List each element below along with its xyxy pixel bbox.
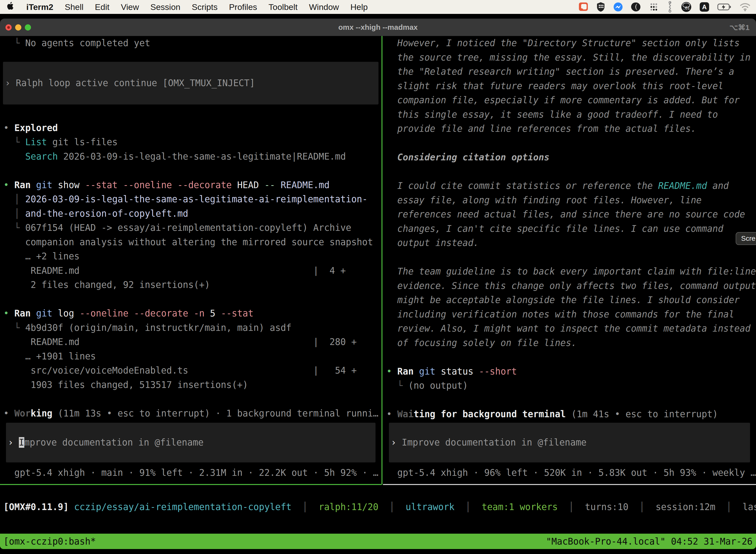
- terminal-line: the "Related research writing" section i…: [383, 64, 756, 79]
- terminal-blank-line: [383, 250, 756, 265]
- terminal-line: └ List git ls-files: [0, 135, 381, 150]
- badge-61-label: ..61: [683, 6, 690, 10]
- tmux-session-label: [omx-cczip0:bash*: [3, 536, 96, 547]
- terminal-line: • Working (11m 13s • esc to interrupt) ·…: [0, 406, 381, 421]
- pie-menu-icon[interactable]: [630, 1, 641, 12]
- terminal-line: │ and-the-erosion-of-copyleft.md: [0, 207, 381, 221]
- terminal-line: evidence. Since this change only affects…: [383, 279, 756, 293]
- traffic-lights: [5, 19, 31, 36]
- omx-status-bar: [OMX#0.11.9] cczip/essay/ai-reimplementa…: [0, 500, 756, 514]
- squiggle-icon[interactable]: [666, 1, 674, 13]
- right-terminal-pane[interactable]: However, I noticed the "Directory Struct…: [383, 36, 756, 485]
- pane-divider[interactable]: [381, 36, 382, 485]
- terminal-blank-line: [383, 136, 756, 151]
- menu-status-icons: ..61 A: [578, 1, 751, 13]
- window-shortcut-badge: ⌥⌘1: [730, 23, 750, 32]
- battery-icon[interactable]: [717, 1, 732, 12]
- menu-profiles[interactable]: Profiles: [229, 2, 257, 12]
- terminal-line: 1903 files changed, 513517 insertions(+): [0, 378, 381, 392]
- terminal-line: └ 4b9d30f (origin/main, instructkr/main,…: [0, 321, 381, 335]
- terminal-blank-line: [383, 165, 756, 179]
- menu-window[interactable]: Window: [309, 2, 339, 12]
- terminal-line: └ No agents completed yet: [0, 36, 381, 50]
- input-source-icon[interactable]: A: [699, 1, 710, 12]
- terminal-line: references need actual files, and since …: [383, 207, 756, 222]
- terminal-blank-line: [0, 292, 381, 307]
- menu-scripts[interactable]: Scripts: [192, 2, 217, 12]
- terminal-line: • Ran git log --oneline --decorate -n 5 …: [0, 306, 381, 321]
- terminal-line: including verification notes with those …: [383, 307, 756, 322]
- left-pane-bottom-border: [0, 484, 381, 485]
- right-pane-bottom-border: [383, 484, 756, 485]
- terminal-line: Search 2026-03-09-is-legal-the-same-as-l…: [0, 150, 381, 164]
- terminal-line: │ 2026-03-09-is-legal-the-same-as-legiti…: [0, 192, 381, 207]
- menu-bar: iTerm2 Shell Edit View Session Scripts P…: [0, 0, 756, 14]
- terminal-blank-line: [0, 105, 381, 121]
- terminal-line: └ (no output): [383, 379, 756, 393]
- menu-app-name[interactable]: iTerm2: [26, 2, 53, 12]
- zoom-button[interactable]: [25, 24, 31, 31]
- prompt-input-text: › Ralph loop active continue [OMX_TMUX_I…: [3, 76, 255, 90]
- menu-session[interactable]: Session: [150, 2, 180, 12]
- screen-share-tooltip-label: Scre: [741, 234, 756, 242]
- minimize-button[interactable]: [15, 24, 21, 31]
- terminal-blank-line: [383, 393, 756, 407]
- badge-61-icon[interactable]: ..61: [681, 1, 692, 13]
- iterm-window: omx --xhigh --madmax ⌥⌘1 └ No agents com…: [0, 19, 756, 554]
- menu-view[interactable]: View: [121, 2, 139, 12]
- terminal-line: The team guideline is to back every impo…: [383, 264, 756, 279]
- terminal-line: the source tree, missing the essay. Stil…: [383, 50, 756, 65]
- screen-share-tooltip[interactable]: Scre: [736, 232, 756, 245]
- terminal-blank-line: [383, 350, 756, 365]
- tmux-status-bar: [omx-cczip0:bash* "MacBook-Pro-44.local"…: [0, 534, 756, 549]
- window-title-bar[interactable]: omx --xhigh --madmax ⌥⌘1: [0, 19, 756, 36]
- terminal-line: companion file, especially if more comme…: [383, 93, 756, 107]
- terminal-line: • Ran git show --stat --oneline --decora…: [0, 178, 381, 192]
- close-button[interactable]: [5, 24, 12, 31]
- terminal-line: └ 067f154 (HEAD -> essay/ai-reimplementa…: [0, 221, 381, 235]
- privacy-shield-icon[interactable]: [596, 1, 606, 12]
- left-terminal-pane[interactable]: └ No agents completed yet› Ralph loop ac…: [0, 36, 381, 485]
- terminal-line: • Ran git status --short: [383, 365, 756, 379]
- screen-recording-icon[interactable]: [578, 1, 589, 12]
- menu-edit[interactable]: Edit: [95, 2, 110, 12]
- apple-menu-icon[interactable]: [6, 1, 15, 13]
- terminal-line: README.md | 4 +: [0, 264, 381, 278]
- terminal-blank-line: [0, 164, 381, 178]
- input-source-label: A: [702, 3, 707, 11]
- terminal-line: output instead.: [383, 236, 756, 250]
- terminal-line: of focusing solely on file lines.: [383, 336, 756, 350]
- terminal-line: this single essay, it seems like a good …: [383, 107, 756, 122]
- prompt-input-text: › Improve documentation in @filename: [6, 435, 204, 450]
- terminal-line: I could cite commit statistics or refere…: [383, 179, 756, 193]
- terminal-line: src/voice/voiceModeEnabled.ts | 54 +: [0, 364, 381, 378]
- terminal-line: Considering citation options: [383, 150, 756, 165]
- menu-toolbelt[interactable]: Toolbelt: [269, 2, 298, 12]
- terminal-line: companion analysis without altering the …: [0, 235, 381, 250]
- dots-grid-icon[interactable]: [648, 1, 659, 12]
- prompt-input-box[interactable]: › Ralph loop active continue [OMX_TMUX_I…: [3, 62, 378, 105]
- model-session-status-line: gpt-5.4 xhigh · 96% left · 520K in · 5.8…: [383, 466, 756, 480]
- terminal-line: essay file, along with finding root file…: [383, 193, 756, 208]
- terminal-line: might be acceptable alongside the file l…: [383, 293, 756, 307]
- terminal-line: … +2 lines: [0, 249, 381, 264]
- prompt-input-box[interactable]: › Improve documentation in @filename: [389, 423, 750, 462]
- terminal-line: slight risk that future readers may over…: [383, 79, 756, 93]
- terminal-line: review. Also, I might want to inspect th…: [383, 321, 756, 336]
- terminal-line: • Explored: [0, 121, 381, 135]
- messenger-icon[interactable]: [613, 1, 624, 12]
- terminal-line: README.md | 280 +: [0, 335, 381, 349]
- prompt-input-box[interactable]: › Improve documentation in @filename: [6, 423, 376, 462]
- terminal-line: … +1901 lines: [0, 349, 381, 364]
- model-session-status-line: gpt-5.4 xhigh · main · 91% left · 2.31M …: [0, 466, 381, 480]
- wifi-icon[interactable]: [739, 2, 751, 12]
- menu-shell[interactable]: Shell: [65, 2, 83, 12]
- tmux-host-clock-label: "MacBook-Pro-44.local" 04:52 31-Mar-26: [546, 536, 753, 547]
- terminal-line: changes, I can't cite specific file line…: [383, 222, 756, 236]
- menu-help[interactable]: Help: [351, 2, 368, 12]
- prompt-input-text: › Improve documentation in @filename: [389, 435, 586, 450]
- terminal-line: provide file and line references from th…: [383, 122, 756, 136]
- menu-items: iTerm2 Shell Edit View Session Scripts P…: [6, 1, 368, 13]
- terminal-blank-line: [0, 392, 381, 406]
- terminal-line: 2 files changed, 92 insertions(+): [0, 278, 381, 292]
